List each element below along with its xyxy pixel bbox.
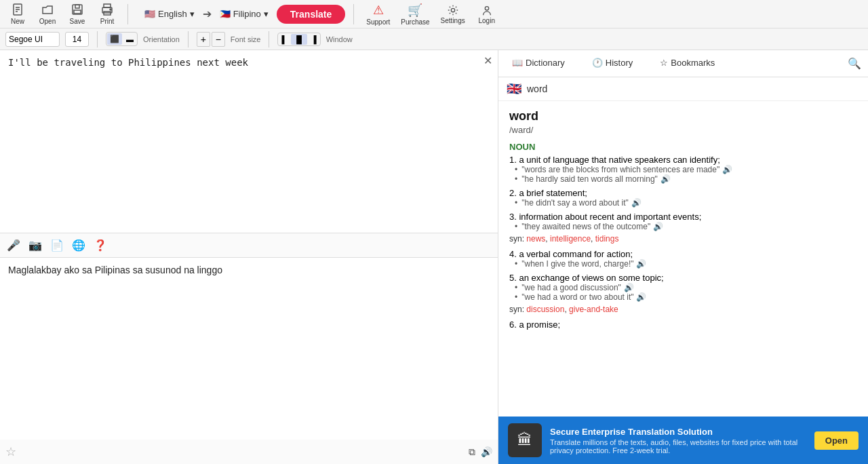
- font-decrease-button[interactable]: −: [212, 32, 225, 47]
- settings-icon: [447, 4, 459, 16]
- save-button[interactable]: Save: [65, 1, 90, 26]
- settings-button[interactable]: Settings: [437, 3, 469, 26]
- dict-example-1a: "words are the blocks from which sentenc…: [515, 165, 857, 174]
- dict-def-1: 1. a unit of language that native speake…: [509, 155, 857, 184]
- target-area: Maglalakbay ako sa Pilipinas sa susunod …: [0, 258, 498, 440]
- dict-search-button[interactable]: 🔍: [848, 57, 861, 70]
- target-text: Maglalakbay ako sa Pilipinas sa susunod …: [8, 265, 490, 275]
- save-label: Save: [70, 18, 85, 25]
- syn-intelligence-link[interactable]: intelligence: [550, 234, 591, 244]
- audio-btn-3a[interactable]: 🔊: [653, 222, 663, 231]
- audio-btn-1b[interactable]: 🔊: [660, 174, 671, 184]
- audio-btn-4a[interactable]: 🔊: [636, 259, 646, 269]
- target-icons: ⧉ 🔊: [469, 446, 492, 458]
- new-button[interactable]: New: [5, 1, 30, 26]
- audio-btn-5b[interactable]: 🔊: [636, 292, 646, 302]
- dict-search-input[interactable]: [527, 83, 860, 94]
- source-textarea[interactable]: [8, 57, 490, 226]
- orientation-group: ⬛ ▬: [106, 32, 138, 46]
- audio-target-button[interactable]: 🔊: [481, 446, 492, 458]
- dict-tabs: 📖 Dictionary 🕐 History ☆ Bookmarks 🔍: [498, 50, 868, 77]
- window-both-button[interactable]: ▐▌: [291, 34, 307, 45]
- support-button[interactable]: ⚠ Support: [362, 1, 394, 27]
- target-flag-icon: 🇵🇭: [220, 9, 231, 19]
- font-increase-button[interactable]: +: [197, 32, 210, 47]
- font-name-input[interactable]: [5, 32, 60, 47]
- orientation-label: Orientation: [143, 35, 180, 43]
- syn-discussion-link[interactable]: discussion: [526, 305, 564, 314]
- history-tab-icon: 🕐: [592, 58, 603, 68]
- translate-button[interactable]: Translate: [277, 5, 345, 24]
- sep4: [188, 31, 189, 47]
- dict-search-bar: 🇬🇧: [498, 77, 868, 101]
- support-label: Support: [366, 18, 390, 26]
- dict-example-1b: "he hardly said ten words all morning" 🔊: [515, 174, 857, 184]
- open-button[interactable]: Open: [35, 1, 60, 26]
- target-lang-button[interactable]: 🇵🇭 Filipino ▾: [217, 7, 271, 20]
- support-icon: ⚠: [373, 3, 384, 18]
- close-source-button[interactable]: ✕: [484, 54, 492, 67]
- sep2: [353, 4, 354, 24]
- def-num-2: 2. a brief statement;: [509, 188, 587, 198]
- window-right-button[interactable]: ▐: [309, 34, 319, 45]
- syn-tidings-link[interactable]: tidings: [595, 234, 619, 244]
- syn-news-link[interactable]: news: [526, 234, 545, 244]
- promo-banner: 🏛 Secure Enterprise Translation Solution…: [498, 417, 868, 464]
- window-label: Window: [326, 35, 353, 43]
- audio-btn-1a[interactable]: 🔊: [722, 165, 732, 174]
- banner-open-button[interactable]: Open: [814, 431, 859, 450]
- copy-target-button[interactable]: ⧉: [469, 446, 475, 458]
- bookmark-button[interactable]: ☆: [5, 444, 16, 459]
- dict-word: word: [509, 109, 857, 123]
- source-lang-button[interactable]: 🇺🇸 English ▾: [142, 7, 197, 20]
- dict-example-4a: "when I give the word, charge!" 🔊: [515, 259, 857, 269]
- main-toolbar: New Open Save Print 🇺🇸 English ▾ ➔: [0, 0, 868, 28]
- dict-content: word /ward/ NOUN 1. a unit of language t…: [498, 101, 868, 464]
- source-lang-chevron: ▾: [190, 9, 195, 19]
- dict-flag-icon: 🇬🇧: [507, 81, 521, 96]
- tab-bookmarks[interactable]: ☆ Bookmarks: [646, 50, 728, 77]
- bookmarks-tab-icon: ☆: [660, 58, 668, 68]
- help-button[interactable]: ❓: [92, 237, 108, 253]
- audio-btn-5a[interactable]: 🔊: [624, 283, 634, 292]
- main-area: ✕ 🎤 📷 📄 🌐 ❓ Maglalakbay ako sa Pilipinas…: [0, 50, 868, 464]
- target-lang-chevron: ▾: [264, 9, 269, 19]
- dict-def-4: 4. a verbal command for action; "when I …: [509, 249, 857, 269]
- tab-history-label: History: [606, 58, 633, 68]
- source-toolbar: 🎤 📷 📄 🌐 ❓: [0, 233, 498, 258]
- source-area: ✕: [0, 50, 498, 233]
- audio-btn-2a[interactable]: 🔊: [631, 198, 642, 208]
- top-nav: ⚠ Support 🛒 Purchase Settings Login: [362, 1, 501, 27]
- purchase-button[interactable]: 🛒 Purchase: [397, 1, 433, 27]
- login-label: Login: [479, 17, 495, 24]
- source-lang-label: English: [158, 9, 187, 19]
- orient-horiz-button[interactable]: ⬛: [107, 33, 122, 45]
- lang-arrow-icon: ➔: [203, 7, 212, 20]
- dict-pos: NOUN: [509, 142, 857, 152]
- camera-button[interactable]: 📷: [27, 237, 43, 253]
- svg-point-12: [485, 6, 488, 9]
- fontsize-label: Font size: [231, 35, 261, 43]
- translate-label: Translate: [290, 9, 332, 20]
- tab-dictionary[interactable]: 📖 Dictionary: [498, 50, 578, 77]
- syn-give-and-take-link[interactable]: give-and-take: [569, 305, 618, 314]
- sep3: [97, 31, 98, 47]
- print-button[interactable]: Print: [95, 1, 119, 26]
- dict-syn-5: syn: discussion, give-and-take: [509, 305, 857, 314]
- sep1: [127, 4, 128, 24]
- def-num-1: 1. a unit of language that native speake…: [509, 155, 720, 165]
- purchase-label: Purchase: [401, 18, 429, 26]
- left-panel: ✕ 🎤 📷 📄 🌐 ❓ Maglalakbay ako sa Pilipinas…: [0, 50, 498, 464]
- microphone-button[interactable]: 🎤: [5, 237, 22, 253]
- tab-history[interactable]: 🕐 History: [578, 50, 646, 77]
- lang-selector: 🇺🇸 English ▾ ➔ 🇵🇭 Filipino ▾: [142, 7, 271, 20]
- dict-def-6: 6. a promise;: [509, 320, 857, 330]
- tab-bookmarks-label: Bookmarks: [671, 58, 715, 68]
- document-button[interactable]: 📄: [49, 237, 65, 253]
- web-button[interactable]: 🌐: [71, 237, 87, 253]
- window-left-button[interactable]: ▌: [279, 34, 290, 45]
- banner-title: Secure Enterprise Translation Solution: [550, 427, 806, 437]
- orient-vert-button[interactable]: ▬: [123, 34, 136, 45]
- login-button[interactable]: Login: [472, 3, 502, 26]
- font-size-input[interactable]: [65, 32, 89, 47]
